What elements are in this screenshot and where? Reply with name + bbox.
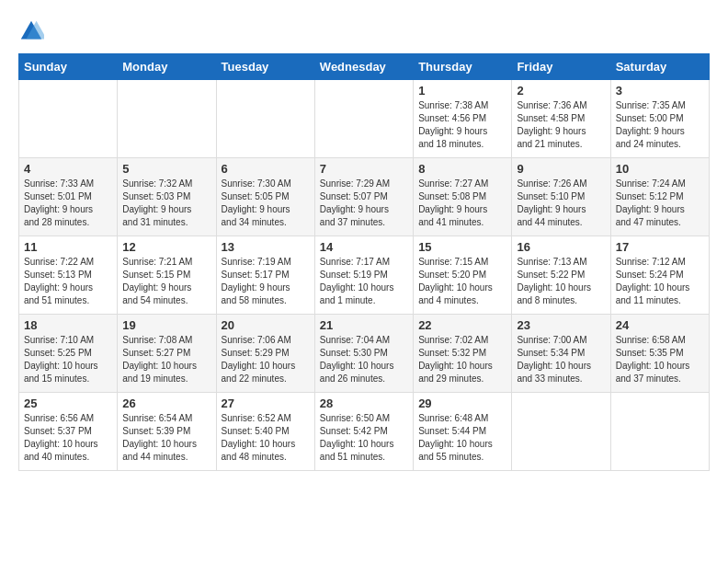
calendar-cell (512, 393, 610, 471)
calendar-cell: 18Sunrise: 7:10 AM Sunset: 5:25 PM Dayli… (19, 315, 118, 393)
calendar-cell: 16Sunrise: 7:13 AM Sunset: 5:22 PM Dayli… (512, 236, 610, 315)
day-number: 21 (320, 318, 408, 332)
calendar-cell: 9Sunrise: 7:26 AM Sunset: 5:10 PM Daylig… (512, 158, 610, 236)
calendar-cell: 10Sunrise: 7:24 AM Sunset: 5:12 PM Dayli… (610, 158, 709, 236)
day-header-wednesday: Wednesday (314, 54, 413, 80)
calendar-cell: 12Sunrise: 7:21 AM Sunset: 5:15 PM Dayli… (118, 236, 216, 315)
day-info: Sunrise: 7:27 AM Sunset: 5:08 PM Dayligh… (418, 178, 506, 229)
day-number: 26 (122, 396, 210, 410)
day-number: 8 (418, 162, 506, 176)
calendar-cell: 4Sunrise: 7:33 AM Sunset: 5:01 PM Daylig… (19, 158, 118, 236)
day-info: Sunrise: 7:33 AM Sunset: 5:01 PM Dayligh… (24, 178, 112, 229)
calendar-cell (216, 80, 314, 158)
calendar-cell: 19Sunrise: 7:08 AM Sunset: 5:27 PM Dayli… (118, 315, 216, 393)
day-number: 27 (222, 396, 310, 410)
calendar-cell: 27Sunrise: 6:52 AM Sunset: 5:40 PM Dayli… (216, 393, 314, 471)
calendar-cell: 17Sunrise: 7:12 AM Sunset: 5:24 PM Dayli… (610, 236, 709, 315)
day-number: 18 (24, 318, 112, 332)
calendar-cell: 5Sunrise: 7:32 AM Sunset: 5:03 PM Daylig… (118, 158, 216, 236)
day-info: Sunrise: 6:54 AM Sunset: 5:39 PM Dayligh… (122, 412, 210, 464)
day-info: Sunrise: 7:19 AM Sunset: 5:17 PM Dayligh… (222, 256, 310, 307)
day-info: Sunrise: 7:08 AM Sunset: 5:27 PM Dayligh… (122, 334, 210, 385)
calendar-week-row: 4Sunrise: 7:33 AM Sunset: 5:01 PM Daylig… (19, 158, 710, 236)
day-number: 28 (320, 396, 408, 410)
calendar-cell (118, 80, 216, 158)
calendar-cell (314, 80, 413, 158)
day-info: Sunrise: 7:12 AM Sunset: 5:24 PM Dayligh… (616, 256, 704, 307)
day-info: Sunrise: 7:35 AM Sunset: 5:00 PM Dayligh… (616, 99, 704, 151)
calendar-week-row: 1Sunrise: 7:38 AM Sunset: 4:56 PM Daylig… (19, 80, 710, 158)
calendar-cell: 15Sunrise: 7:15 AM Sunset: 5:20 PM Dayli… (414, 236, 512, 315)
day-info: Sunrise: 7:22 AM Sunset: 5:13 PM Dayligh… (24, 256, 112, 307)
day-header-monday: Monday (118, 54, 216, 80)
calendar-cell: 3Sunrise: 7:35 AM Sunset: 5:00 PM Daylig… (610, 80, 709, 158)
day-header-friday: Friday (512, 54, 610, 80)
day-number: 23 (517, 318, 605, 332)
calendar-cell (610, 393, 709, 471)
day-number: 12 (122, 240, 210, 254)
day-number: 19 (122, 318, 210, 332)
day-number: 20 (222, 318, 310, 332)
day-info: Sunrise: 7:13 AM Sunset: 5:22 PM Dayligh… (517, 256, 605, 307)
day-number: 5 (122, 162, 210, 176)
calendar-cell: 7Sunrise: 7:29 AM Sunset: 5:07 PM Daylig… (314, 158, 413, 236)
day-number: 3 (616, 84, 704, 98)
day-info: Sunrise: 7:15 AM Sunset: 5:20 PM Dayligh… (418, 256, 506, 307)
calendar-week-row: 25Sunrise: 6:56 AM Sunset: 5:37 PM Dayli… (19, 393, 710, 471)
calendar-cell (19, 80, 118, 158)
day-info: Sunrise: 7:10 AM Sunset: 5:25 PM Dayligh… (24, 334, 112, 385)
header (18, 18, 710, 44)
calendar-cell: 1Sunrise: 7:38 AM Sunset: 4:56 PM Daylig… (414, 80, 512, 158)
day-number: 7 (320, 162, 408, 176)
day-info: Sunrise: 6:50 AM Sunset: 5:42 PM Dayligh… (320, 412, 408, 464)
calendar-cell: 8Sunrise: 7:27 AM Sunset: 5:08 PM Daylig… (414, 158, 512, 236)
day-number: 6 (222, 162, 310, 176)
day-number: 10 (616, 162, 704, 176)
calendar-cell: 28Sunrise: 6:50 AM Sunset: 5:42 PM Dayli… (314, 393, 413, 471)
day-number: 15 (418, 240, 506, 254)
day-info: Sunrise: 7:17 AM Sunset: 5:19 PM Dayligh… (320, 256, 408, 307)
calendar-week-row: 11Sunrise: 7:22 AM Sunset: 5:13 PM Dayli… (19, 236, 710, 315)
day-info: Sunrise: 6:52 AM Sunset: 5:40 PM Dayligh… (222, 412, 310, 464)
day-info: Sunrise: 6:58 AM Sunset: 5:35 PM Dayligh… (616, 334, 704, 385)
calendar-cell: 23Sunrise: 7:00 AM Sunset: 5:34 PM Dayli… (512, 315, 610, 393)
calendar-cell: 2Sunrise: 7:36 AM Sunset: 4:58 PM Daylig… (512, 80, 610, 158)
logo-icon (18, 18, 44, 44)
day-number: 9 (517, 162, 605, 176)
calendar-header-row: SundayMondayTuesdayWednesdayThursdayFrid… (19, 54, 710, 80)
day-info: Sunrise: 7:02 AM Sunset: 5:32 PM Dayligh… (418, 334, 506, 385)
calendar-cell: 25Sunrise: 6:56 AM Sunset: 5:37 PM Dayli… (19, 393, 118, 471)
day-number: 2 (517, 84, 605, 98)
calendar-table: SundayMondayTuesdayWednesdayThursdayFrid… (18, 53, 710, 471)
day-number: 11 (24, 240, 112, 254)
day-info: Sunrise: 7:24 AM Sunset: 5:12 PM Dayligh… (616, 178, 704, 229)
day-number: 13 (222, 240, 310, 254)
day-number: 25 (24, 396, 112, 410)
calendar-cell: 20Sunrise: 7:06 AM Sunset: 5:29 PM Dayli… (216, 315, 314, 393)
calendar-cell: 21Sunrise: 7:04 AM Sunset: 5:30 PM Dayli… (314, 315, 413, 393)
day-number: 24 (616, 318, 704, 332)
calendar-cell: 6Sunrise: 7:30 AM Sunset: 5:05 PM Daylig… (216, 158, 314, 236)
day-number: 29 (418, 396, 506, 410)
day-number: 14 (320, 240, 408, 254)
calendar-cell: 29Sunrise: 6:48 AM Sunset: 5:44 PM Dayli… (414, 393, 512, 471)
day-info: Sunrise: 7:00 AM Sunset: 5:34 PM Dayligh… (517, 334, 605, 385)
calendar-cell: 13Sunrise: 7:19 AM Sunset: 5:17 PM Dayli… (216, 236, 314, 315)
day-info: Sunrise: 7:36 AM Sunset: 4:58 PM Dayligh… (517, 99, 605, 151)
day-number: 1 (418, 84, 506, 98)
day-info: Sunrise: 7:06 AM Sunset: 5:29 PM Dayligh… (222, 334, 310, 385)
day-header-thursday: Thursday (414, 54, 512, 80)
day-info: Sunrise: 7:38 AM Sunset: 4:56 PM Dayligh… (418, 99, 506, 151)
day-info: Sunrise: 7:30 AM Sunset: 5:05 PM Dayligh… (222, 178, 310, 229)
day-info: Sunrise: 7:21 AM Sunset: 5:15 PM Dayligh… (122, 256, 210, 307)
calendar-cell: 24Sunrise: 6:58 AM Sunset: 5:35 PM Dayli… (610, 315, 709, 393)
day-number: 22 (418, 318, 506, 332)
logo (18, 18, 48, 44)
day-info: Sunrise: 6:56 AM Sunset: 5:37 PM Dayligh… (24, 412, 112, 464)
calendar-cell: 26Sunrise: 6:54 AM Sunset: 5:39 PM Dayli… (118, 393, 216, 471)
calendar-cell: 14Sunrise: 7:17 AM Sunset: 5:19 PM Dayli… (314, 236, 413, 315)
calendar-cell: 22Sunrise: 7:02 AM Sunset: 5:32 PM Dayli… (414, 315, 512, 393)
day-header-sunday: Sunday (19, 54, 118, 80)
day-info: Sunrise: 7:29 AM Sunset: 5:07 PM Dayligh… (320, 178, 408, 229)
calendar-cell: 11Sunrise: 7:22 AM Sunset: 5:13 PM Dayli… (19, 236, 118, 315)
